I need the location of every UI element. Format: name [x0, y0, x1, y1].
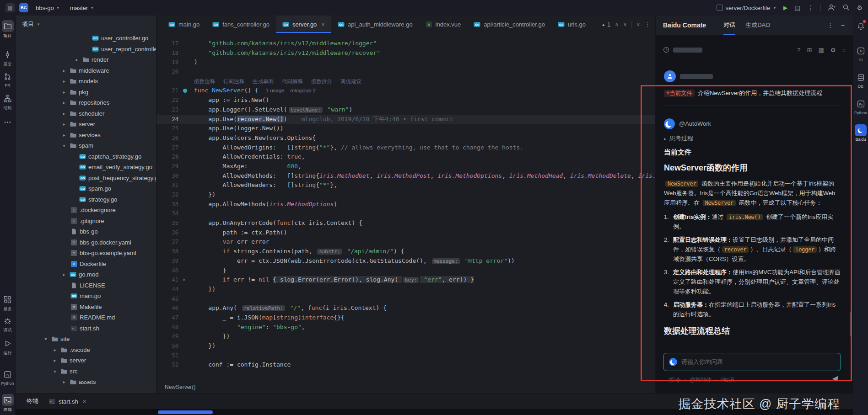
sidebar-item-python-packages[interactable]: PyPython	[853, 98, 868, 115]
code-line[interactable]: 21func NewServer() { 1 usage mlogclub 2	[156, 86, 655, 96]
code-with-me-icon[interactable]	[828, 4, 836, 12]
sidebar-item-project[interactable]: 项目	[0, 20, 15, 39]
tree-chevron-icon[interactable]: ▸	[61, 272, 67, 277]
code-line[interactable]: 22 app := iris.New()	[156, 96, 655, 105]
sidebar-item-baidu-comate[interactable]: Baidu	[853, 124, 868, 142]
code-line[interactable]: 37 var err error	[156, 237, 655, 247]
tree-item-main.go[interactable]: GOmain.go	[16, 291, 156, 302]
run-button[interactable]: ▶	[783, 5, 787, 11]
editor-tab-api/article_controller.go[interactable]: GOapi/article_controller.go	[467, 16, 551, 33]
tree-item-user_report_controller.go[interactable]: GOuser_report_controller.go	[16, 44, 156, 55]
code-line[interactable]: 50 })	[156, 341, 655, 351]
branch-selector[interactable]: master ▼	[67, 3, 97, 13]
code-line[interactable]: 26 app.Use(cors.New(cors.Options{	[156, 133, 655, 143]
thinking-process-toggle[interactable]: ▸思考过程	[664, 134, 841, 143]
scrollbar-thumb[interactable]	[850, 312, 852, 336]
tree-chevron-icon[interactable]: ▸	[74, 57, 80, 62]
sidebar-item-terminal[interactable]: 终端	[0, 394, 15, 413]
tree-chevron-icon[interactable]: ▸	[61, 79, 67, 84]
tree-chevron-icon[interactable]: ▸	[61, 90, 67, 95]
editor-tab-main.go[interactable]: GOmain.go	[162, 16, 206, 33]
sidebar-item-notifications[interactable]	[853, 20, 868, 32]
code-line[interactable]: 49 })	[156, 332, 655, 341]
tree-chevron-icon[interactable]: ▸	[61, 111, 67, 116]
context-tag[interactable]: #当前文件	[664, 90, 695, 97]
code-line[interactable]: 52 conf := config.Instance	[156, 360, 655, 370]
sidebar-item-debug[interactable]: 调试	[0, 314, 15, 333]
tree-item-pkg[interactable]: ▸pkg	[16, 87, 156, 98]
code-line[interactable]: 51	[156, 351, 655, 361]
sidebar-item-python[interactable]: PyPython	[0, 368, 15, 386]
tree-item-captcha_strategy.go[interactable]: GOcaptcha_strategy.go	[16, 151, 156, 162]
more-options-icon[interactable]: ⋮	[827, 21, 834, 29]
tree-item-README.md[interactable]: MREADME.md	[16, 312, 156, 323]
terminal-title[interactable]: 终端	[27, 397, 38, 405]
tree-chevron-icon[interactable]: ▸	[61, 133, 67, 138]
tree-item-src[interactable]: ▾src	[16, 366, 156, 377]
minimize-icon[interactable]: −	[841, 21, 845, 29]
code-lens-action[interactable]: 函数注释	[194, 79, 215, 84]
send-icon[interactable]	[831, 375, 839, 384]
tree-item-bbs-go.example.yaml[interactable]: Ybbs-go.example.yaml	[16, 248, 156, 259]
code-lens-action[interactable]: 行间注释	[223, 79, 244, 84]
tree-item-email_verify_strategy.go[interactable]: GOemail_verify_strategy.go	[16, 162, 156, 173]
project-panel-header[interactable]: 项目 ▼	[16, 16, 156, 33]
code-line[interactable]: 33 app.AllowMethods(iris.MethodOptions)	[156, 200, 655, 209]
tree-item-user_controller.go[interactable]: GOuser_controller.go	[16, 33, 156, 44]
tree-item-strategy.go[interactable]: GOstrategy.go	[16, 194, 156, 205]
code-line[interactable]: 27 AllowedOrigins: []string{"*"}, // all…	[156, 143, 655, 153]
code-line[interactable]: 39 err = ctx.JSON(web.JsonErrorCode(ctx.…	[156, 256, 655, 266]
tree-chevron-icon[interactable]: ▸	[61, 122, 67, 127]
tab-generate-dao[interactable]: 生成DAO	[745, 16, 770, 35]
editor-tab-urls.go[interactable]: GOurls.go	[551, 16, 592, 33]
tree-item-scheduler[interactable]: ▸scheduler	[16, 108, 156, 119]
sidebar-item-run[interactable]: 运行	[0, 337, 15, 356]
tab-chat[interactable]: 对话	[723, 16, 735, 35]
tree-item-repositories[interactable]: ▸repositories	[16, 97, 156, 108]
tree-item-models[interactable]: ▸models	[16, 76, 156, 87]
code-line[interactable]: 36 path := ctx.Path()	[156, 228, 655, 238]
fold-icon[interactable]: ▸	[183, 275, 186, 285]
editor-tab-api_auth_middleware.go[interactable]: GOapi_auth_middleware.go	[331, 16, 419, 33]
code-line[interactable]: 40 }	[156, 266, 655, 276]
code-line[interactable]: 23 app.Logger().SetLevel(levelName: "war…	[156, 105, 655, 115]
terminal-tab[interactable]: >_ start.sh ×	[49, 398, 86, 405]
code-line[interactable]: 38 if strings.Contains(path, substr: "/a…	[156, 247, 655, 256]
tree-item-render[interactable]: ▸render	[16, 54, 156, 65]
editor-tab-server.go[interactable]: GOserver.go×	[276, 16, 331, 33]
more-options-icon[interactable]: ⋮	[807, 5, 814, 11]
tree-chevron-icon[interactable]: ▾	[52, 369, 58, 374]
code-lens-action[interactable]: 生成单测	[253, 79, 274, 84]
code-line[interactable]: 29 MaxAge: 600,	[156, 162, 655, 171]
code-line[interactable]: 41▸ if err != nil { slog.Error(err.Error…	[156, 275, 655, 285]
tree-item-site[interactable]: ▾site	[16, 334, 156, 345]
code-line[interactable]: 28 AllowCredentials: true,	[156, 152, 655, 162]
tree-item-middleware[interactable]: ▸middleware	[16, 65, 156, 76]
code-line[interactable]: 31 AllowedHeaders: []string{"*"},	[156, 181, 655, 190]
settings-gear-icon[interactable]: ⚙	[857, 5, 863, 11]
tree-item-.gitignore[interactable]: !.gitignore	[16, 216, 156, 227]
sidebar-item-structure[interactable]: 结构	[0, 92, 15, 111]
tree-item-bbs-go[interactable]: bbs-go	[16, 226, 156, 237]
search-icon[interactable]	[842, 4, 850, 12]
code-line[interactable]: 17 "github.com/kataras/iris/v12/middlewa…	[156, 39, 655, 48]
layout-icon[interactable]: ▤	[794, 5, 800, 11]
tree-item-Makefile[interactable]: MMakefile	[16, 302, 156, 313]
tree-chevron-icon[interactable]: ▸	[61, 100, 67, 105]
breadcrumb-item[interactable]: NewServer()	[165, 384, 195, 390]
tree-item-services[interactable]: ▸services	[16, 130, 156, 141]
editor-options-icon[interactable]: ⋮	[645, 21, 651, 28]
tree-item-spam.go[interactable]: GOspam.go	[16, 183, 156, 194]
tree-chevron-icon[interactable]: ▸	[52, 358, 58, 363]
tree-chevron-icon[interactable]: ▾	[43, 336, 49, 341]
tree-item-server[interactable]: ▸server	[16, 355, 156, 366]
sidebar-item-commit[interactable]: 提交	[0, 48, 15, 67]
hidden-tabs-icon[interactable]: ∨	[636, 21, 640, 27]
tree-chevron-icon[interactable]: ▸	[61, 68, 67, 73]
code-line[interactable]: 30 AllowedMethods: []string{iris.MethodG…	[156, 171, 655, 181]
editor-tab-fans_controller.go[interactable]: GOfans_controller.go	[206, 16, 276, 33]
sidebar-item-services[interactable]: 服务	[0, 293, 15, 312]
code-line[interactable]: 44 })	[156, 285, 655, 294]
tree-item-Dockerfile[interactable]: DDockerfile	[16, 259, 156, 270]
code-line[interactable]: 25 app.Use(logger.New())	[156, 124, 655, 133]
